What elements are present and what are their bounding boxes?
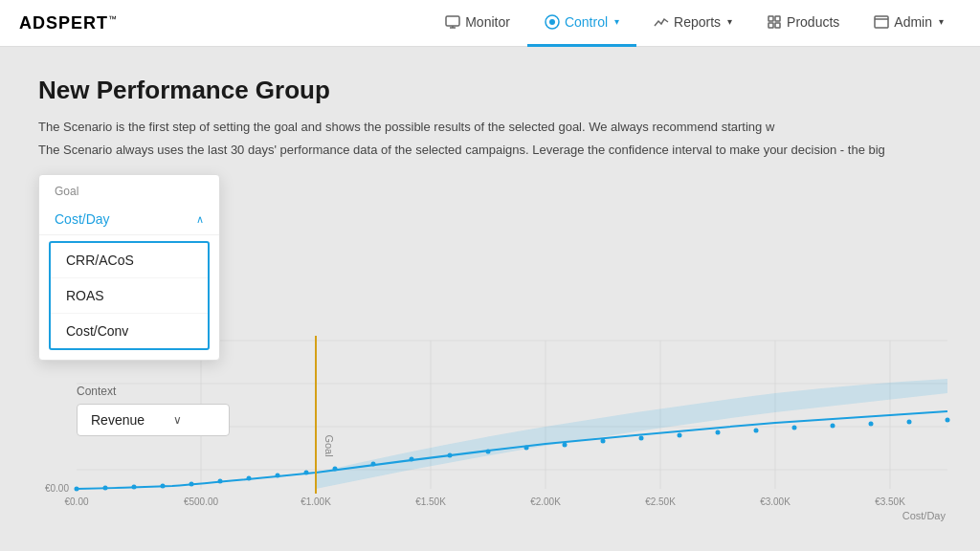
control-chevron: ▾ [614,16,619,27]
svg-point-37 [563,443,568,448]
svg-point-35 [486,450,491,454]
context-form-group: Context Revenue ∨ [77,385,230,436]
navbar: ADSPERT™ Monitor Control ▾ Reports ▾ [0,0,980,47]
goal-option-cost-day[interactable]: Cost/Day [39,204,219,235]
products-icon [767,14,782,30]
svg-text:€1.50K: €1.50K [415,496,446,507]
svg-point-30 [304,471,309,475]
svg-rect-9 [875,16,888,28]
svg-rect-5 [768,16,773,21]
svg-point-38 [601,439,606,444]
svg-point-4 [549,19,555,25]
svg-point-26 [189,482,194,487]
nav-item-products[interactable]: Products [749,0,857,47]
svg-point-27 [218,479,223,484]
svg-point-28 [247,476,252,481]
nav-label-monitor: Monitor [465,14,510,30]
svg-point-32 [371,462,376,467]
svg-text:€2.50K: €2.50K [645,496,676,507]
nav-item-reports[interactable]: Reports ▾ [636,0,749,47]
desc-text-1: The Scenario is the first step of settin… [38,119,942,136]
logo: ADSPERT™ [19,13,118,33]
svg-point-24 [132,485,137,490]
goal-option-crr-acos[interactable]: CRR/ACoS [51,243,208,278]
svg-point-25 [161,484,166,489]
admin-icon [874,14,889,30]
svg-point-47 [946,418,950,423]
svg-rect-8 [775,23,780,28]
form-area: Goal Cost/Day CRR/ACoS ROAS Cost/Conv Co… [38,174,942,436]
nav-label-control: Control [565,14,608,30]
svg-text:€1.00K: €1.00K [301,496,331,507]
context-dropdown-btn[interactable]: Revenue ∨ [77,404,230,436]
goal-options-box: CRR/ACoS ROAS Cost/Conv [49,241,210,350]
svg-point-23 [103,486,108,491]
main-content: New Performance Group The Scenario is th… [0,47,980,455]
svg-point-33 [410,457,414,462]
svg-point-31 [333,467,338,472]
svg-rect-6 [775,16,780,21]
svg-text:€3.50K: €3.50K [875,496,905,507]
goal-dropdown-header: Goal [39,175,219,204]
goal-option-cost-conv[interactable]: Cost/Conv [51,314,208,348]
svg-rect-0 [446,16,459,26]
monitor-icon [445,14,460,30]
reports-chevron: ▾ [727,16,732,27]
control-icon [545,14,560,30]
context-chevron-down-icon: ∨ [173,413,182,427]
svg-text:Cost/Day: Cost/Day [902,510,947,521]
svg-text:€3.00K: €3.00K [760,496,791,507]
nav-label-products: Products [787,14,839,30]
admin-chevron: ▾ [939,16,944,27]
context-selected-value: Revenue [91,412,145,428]
nav-item-monitor[interactable]: Monitor [428,0,527,47]
svg-text:€500.00: €500.00 [184,496,219,507]
page-title: New Performance Group [38,76,942,105]
svg-point-29 [276,474,280,478]
context-label: Context [77,385,230,398]
nav-items: Monitor Control ▾ Reports ▾ Product [428,0,961,47]
svg-text:Goal: Goal [323,434,335,456]
svg-rect-7 [768,23,773,28]
svg-point-34 [448,453,453,458]
svg-point-22 [75,487,79,492]
svg-text:€0.00: €0.00 [64,496,88,507]
nav-label-admin: Admin [894,14,932,30]
nav-item-control[interactable]: Control ▾ [527,0,636,47]
svg-point-36 [524,446,529,451]
form-row: Goal Cost/Day CRR/ACoS ROAS Cost/Conv Co… [38,174,942,436]
reports-icon [654,14,669,30]
svg-text:€2.00K: €2.00K [530,496,561,507]
desc-text-2: The Scenario always uses the last 30 day… [38,142,942,159]
nav-label-reports: Reports [674,14,721,30]
nav-item-admin[interactable]: Admin ▾ [857,0,961,47]
svg-text:€0.00: €0.00 [45,483,69,494]
goal-dropdown-menu: Goal Cost/Day CRR/ACoS ROAS Cost/Conv [38,174,220,361]
goal-option-roas[interactable]: ROAS [51,278,208,314]
